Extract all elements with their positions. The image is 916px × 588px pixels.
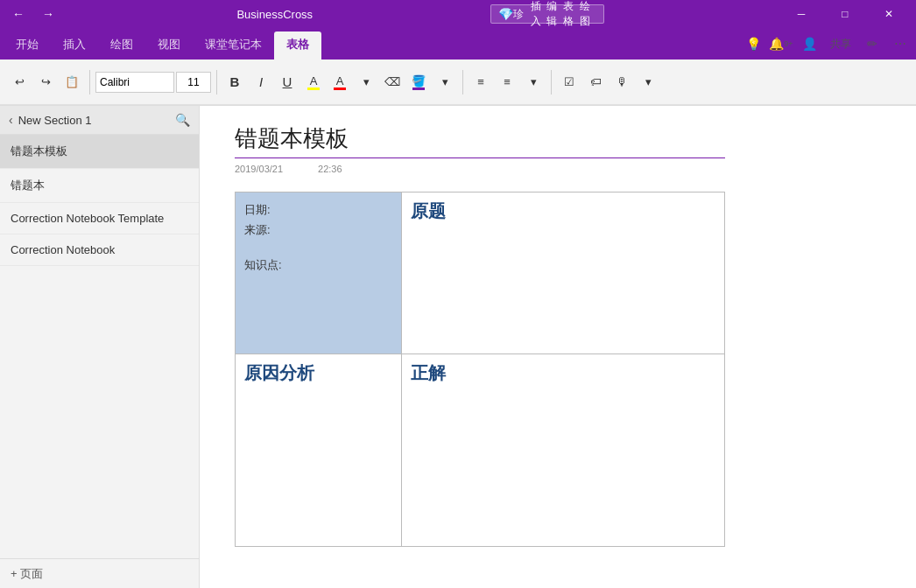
page-date: 2019/03/21 xyxy=(235,164,283,174)
separator-2 xyxy=(216,70,217,94)
back-button[interactable]: ← xyxy=(7,4,30,24)
bold-button[interactable]: B xyxy=(222,66,247,98)
account-icon[interactable]: 👤 xyxy=(797,32,821,56)
tab-draw[interactable]: 绘图 xyxy=(98,32,145,60)
highlight-button[interactable]: A xyxy=(301,66,326,98)
font-color-button[interactable]: A xyxy=(328,66,352,98)
tab-insert[interactable]: 插入 xyxy=(51,32,98,60)
list-button[interactable]: ≡ xyxy=(469,66,493,98)
sidebar-item-label-1: 错题本模板 xyxy=(11,144,67,158)
tag-button[interactable]: 🏷 xyxy=(583,66,608,98)
page-title: 错题本模板 xyxy=(235,123,881,154)
content-area: 错题本模板 2019/03/21 22:36 日期: 来源: 知识点: 原题 xyxy=(200,106,916,588)
window-controls: ─ □ ✕ xyxy=(781,0,909,28)
table-row-top: 日期: 来源: 知识点: 原题 xyxy=(236,192,725,354)
font-name-input[interactable] xyxy=(95,72,174,93)
ribbon: 开始 插入 绘图 视图 课堂笔记本 表格 💡 🔔9+ 👤 共享 ✏ ⋯ ↩ ↪ … xyxy=(0,28,916,106)
search-gem-label: 珍 xyxy=(513,7,524,22)
ribbon-toolbar: ↩ ↪ 📋 B I U A A ▾ ⌫ 🪣 ▾ xyxy=(0,60,916,105)
more-icon[interactable]: ⋯ xyxy=(888,32,912,56)
draw-label: 绘图 xyxy=(580,0,593,29)
sidebar-section-title: New Section 1 xyxy=(18,114,170,127)
page-time: 22:36 xyxy=(318,164,342,174)
sidebar-item-correction-template[interactable]: Correction Notebook Template xyxy=(0,203,199,234)
italic-button[interactable]: I xyxy=(249,66,273,98)
insert-label: 插入 xyxy=(531,0,544,29)
share-button[interactable]: 共享 xyxy=(825,32,856,56)
bell-icon[interactable]: 🔔9+ xyxy=(769,32,793,56)
cell-source-label: 来源: xyxy=(244,220,392,240)
notebook-table: 日期: 来源: 知识点: 原题 原因分析 正解 xyxy=(235,192,725,547)
cell-original-heading: 原题 xyxy=(411,200,715,223)
sidebar-item-label-4: Correction Notebook xyxy=(11,243,115,256)
paint-button[interactable]: 🪣 xyxy=(406,66,431,98)
app-title: BusinessCross xyxy=(236,8,313,21)
checkbox-button[interactable]: ☑ xyxy=(557,66,581,98)
cell-solution[interactable]: 正解 xyxy=(402,354,725,547)
redo-button[interactable]: ↪ xyxy=(33,66,58,98)
paint-dropdown-button[interactable]: ▾ xyxy=(433,66,457,98)
separator-1 xyxy=(89,70,90,94)
lightbulb-icon[interactable]: 💡 xyxy=(741,32,765,56)
more-toolbar-button[interactable]: ▾ xyxy=(636,66,660,98)
add-page-button[interactable]: + 页面 xyxy=(0,558,199,588)
cell-knowledge-label: 知识点: xyxy=(244,255,392,275)
eraser-button[interactable]: ⌫ xyxy=(380,66,405,98)
minimize-button[interactable]: ─ xyxy=(781,0,821,28)
page-meta: 2019/03/21 22:36 xyxy=(235,164,881,174)
sidebar-item-label-2: 错题本 xyxy=(11,178,45,192)
color-dropdown-button[interactable]: ▾ xyxy=(354,66,378,98)
cell-original-problem[interactable]: 原题 xyxy=(402,192,725,354)
cell-analysis[interactable]: 原因分析 xyxy=(236,354,402,547)
tab-classnb[interactable]: 课堂笔记本 xyxy=(193,32,274,60)
table-row-bottom: 原因分析 正解 xyxy=(236,354,725,547)
maximize-button[interactable]: □ xyxy=(825,0,865,28)
tab-view[interactable]: 视图 xyxy=(145,32,193,60)
add-page-label: + 页面 xyxy=(11,566,43,582)
titlebar: ← → BusinessCross 💎 珍 插入 编辑 表格 绘图 ─ □ ✕ xyxy=(0,0,916,28)
cell-date-source[interactable]: 日期: 来源: 知识点: xyxy=(236,192,402,354)
mic-button[interactable]: 🎙 xyxy=(609,66,634,98)
ribbon-tab-bar: 开始 插入 绘图 视图 课堂笔记本 表格 💡 🔔9+ 👤 共享 ✏ ⋯ xyxy=(0,28,916,60)
close-button[interactable]: ✕ xyxy=(869,0,909,28)
page-title-area: 错题本模板 2019/03/21 22:36 xyxy=(235,123,881,174)
sidebar-item-label-3: Correction Notebook Template xyxy=(11,212,164,225)
ribbon-right-icons: 💡 🔔9+ 👤 共享 ✏ ⋯ xyxy=(741,32,912,60)
separator-3 xyxy=(462,70,463,94)
sidebar-search-button[interactable]: 🔍 xyxy=(175,113,190,127)
cell-analysis-heading: 原因分析 xyxy=(244,361,392,385)
tab-start[interactable]: 开始 xyxy=(4,32,51,60)
indent-dropdown-button[interactable]: ▾ xyxy=(521,66,546,98)
main-layout: ‹ New Section 1 🔍 错题本模板 错题本 Correction N… xyxy=(0,106,916,588)
sidebar: ‹ New Section 1 🔍 错题本模板 错题本 Correction N… xyxy=(0,106,200,588)
sidebar-item-cuotieben[interactable]: 错题本 xyxy=(0,169,199,203)
pen-icon[interactable]: ✏ xyxy=(860,32,884,56)
underline-button[interactable]: U xyxy=(275,66,299,98)
edit-label: 编辑 xyxy=(546,0,560,29)
title-search-box[interactable]: 💎 珍 插入 编辑 表格 绘图 xyxy=(490,4,604,24)
undo-button[interactable]: ↩ xyxy=(7,66,32,98)
page-title-underline xyxy=(235,158,725,158)
titlebar-nav: ← → xyxy=(7,4,60,24)
gem-icon: 💎 xyxy=(498,7,513,21)
sidebar-back-button[interactable]: ‹ xyxy=(9,113,13,127)
table-label: 表格 xyxy=(563,0,576,29)
sidebar-header: ‹ New Section 1 🔍 xyxy=(0,106,199,135)
sidebar-item-correction-notebook[interactable]: Correction Notebook xyxy=(0,234,199,266)
clipboard-button[interactable]: 📋 xyxy=(60,66,84,98)
sidebar-item-cuotibenmoBan[interactable]: 错题本模板 xyxy=(0,135,199,169)
font-size-input[interactable] xyxy=(176,72,211,93)
cell-date-label: 日期: xyxy=(244,200,392,220)
cell-solution-heading: 正解 xyxy=(411,361,715,385)
numberedlist-button[interactable]: ≡ xyxy=(495,66,519,98)
forward-button[interactable]: → xyxy=(37,4,60,24)
separator-4 xyxy=(551,70,552,94)
tab-table[interactable]: 表格 xyxy=(274,32,321,60)
